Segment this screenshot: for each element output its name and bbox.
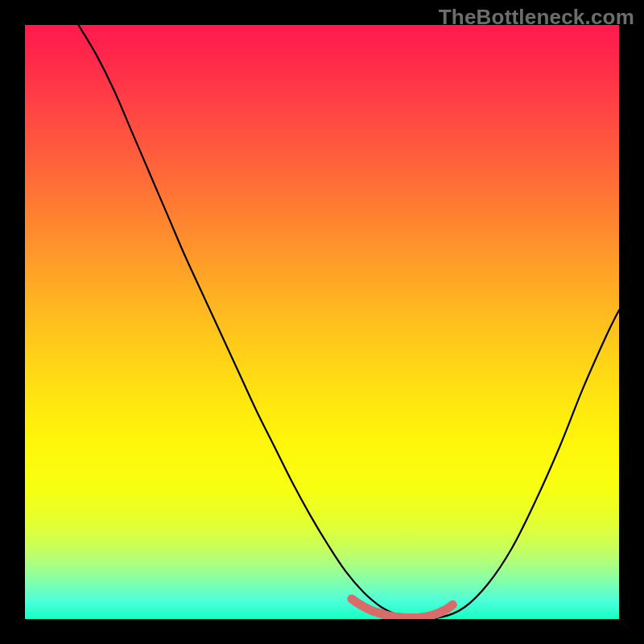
watermark-text: TheBottleneck.com [439, 5, 634, 30]
chart-frame: TheBottleneck.com [0, 0, 644, 644]
bottleneck-curve-path [78, 25, 619, 619]
optimal-zone-path [352, 599, 452, 618]
curve-layer [25, 25, 619, 619]
plot-area [25, 25, 619, 619]
